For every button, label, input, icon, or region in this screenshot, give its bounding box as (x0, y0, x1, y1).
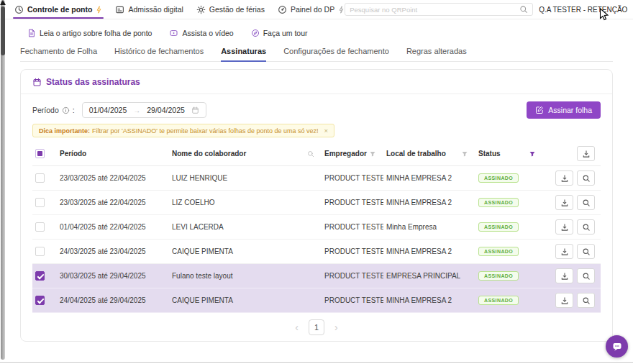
cell-employer: PRODUCT TESTER (322, 288, 383, 313)
row-checkbox[interactable] (35, 296, 45, 305)
search-input[interactable] (350, 6, 519, 14)
tab-fechamento-de-folha[interactable]: Fechamento de Folha (20, 47, 97, 61)
scrollbar-thumb[interactable] (1, 6, 5, 55)
select-all-checkbox[interactable] (35, 149, 45, 158)
video-icon (169, 29, 178, 37)
period-field: Período : 01/04/2025 → 29/04/2025 (32, 102, 206, 118)
date-range-picker[interactable]: 01/04/2025 → 29/04/2025 (82, 102, 206, 118)
global-search[interactable] (345, 3, 533, 16)
sign-button-label: Assinar folha (548, 106, 592, 114)
table-row[interactable]: 24/04/2025 até 29/04/2025 CAIQUE PIMENTA… (32, 288, 601, 313)
tour-icon (251, 29, 260, 37)
table-row[interactable]: 30/03/2025 até 29/04/2025 Fulano teste l… (32, 264, 601, 288)
cell-collaborator-name: LIZ COELHO (169, 191, 322, 215)
divider (21, 94, 612, 94)
panel-title: Status das assinaturas (32, 77, 601, 87)
tab-bar: Fechamento de Folha Histórico de fechame… (20, 47, 613, 62)
download-row-button[interactable] (555, 195, 573, 210)
quick-link-label: Assista o vídeo (182, 29, 233, 37)
row-checkbox[interactable] (35, 247, 45, 256)
view-row-button[interactable] (577, 244, 595, 259)
tip-close-icon[interactable]: × (324, 127, 329, 135)
link-take-tour[interactable]: Faça um tour (251, 29, 308, 37)
nav-label: Controle de ponto (27, 5, 92, 14)
row-checkbox[interactable] (35, 173, 45, 183)
tab-regras-alteradas[interactable]: Regras alteradas (406, 47, 467, 61)
view-row-button[interactable] (577, 293, 595, 308)
view-row-button[interactable] (577, 219, 595, 235)
nav-label: Admissão digital (128, 5, 183, 14)
status-badge: ASSINADO (478, 173, 519, 183)
table-row[interactable]: 23/03/2025 até 22/04/2025 LUIZ HENRIQUE … (32, 166, 601, 191)
nav-item-controle-de-ponto[interactable]: Controle de ponto (14, 0, 102, 19)
funnel-icon-active[interactable] (529, 150, 536, 158)
header-name: Nome do colaborador (172, 150, 246, 158)
quick-link-label: Faça um tour (263, 29, 308, 37)
app-window: Controle de ponto Admissão digital Gestã… (0, 0, 633, 364)
download-row-button[interactable] (555, 170, 573, 186)
table-row[interactable]: 01/04/2025 até 22/04/2025 LEVI LACERDA P… (32, 215, 601, 240)
row-checkbox[interactable] (35, 271, 45, 281)
cell-collaborator-name: LUIZ HENRIQUE (169, 166, 322, 191)
sign-sheet-button[interactable]: Assinar folha (527, 101, 601, 119)
download-row-button[interactable] (555, 293, 573, 308)
tab-historico-de-fechamentos[interactable]: Histórico de fechamentos (114, 47, 204, 61)
download-row-button[interactable] (555, 268, 573, 283)
quick-links-bar: Leia o artigo sobre folha de ponto Assis… (27, 29, 633, 37)
edit-sign-icon (535, 106, 544, 114)
funnel-icon[interactable] (369, 150, 376, 158)
row-checkbox[interactable] (35, 222, 45, 232)
left-scrollbar[interactable] (1, 0, 6, 360)
cell-collaborator-name: CAIQUE PIMENTA (169, 288, 322, 313)
tip-text: Filtrar por 'ASSINADO' te permite baixar… (92, 127, 319, 135)
cell-work-location: MINHA EMPRESA 2 (383, 240, 475, 264)
download-row-button[interactable] (555, 219, 573, 235)
funnel-icon[interactable] (461, 150, 468, 158)
card-icon (115, 5, 124, 14)
column-search-icon[interactable] (307, 150, 314, 158)
next-page-button[interactable]: › (334, 322, 338, 332)
view-row-button[interactable] (577, 268, 595, 283)
scrollbar-up-arrow-icon[interactable] (0, 0, 6, 5)
status-badge: ASSINADO (478, 247, 519, 256)
nav-item-admissao-digital[interactable]: Admissão digital (115, 0, 183, 19)
cell-period: 01/04/2025 até 22/04/2025 (57, 215, 169, 240)
cell-period: 23/03/2025 até 22/04/2025 (57, 191, 169, 215)
status-badge: ASSINADO (478, 296, 519, 305)
table-row[interactable]: 24/03/2025 até 23/04/2025 CAIQUE PIMENTA… (32, 240, 601, 264)
cell-period: 24/04/2025 até 29/04/2025 (57, 288, 169, 313)
cell-work-location: EMPRESA PRINCIPAL (383, 264, 475, 288)
user-account-label[interactable]: Q.A TESTER - RETENÇÃO (539, 6, 627, 14)
cell-collaborator-name: Fulano teste layout (169, 264, 322, 288)
link-watch-video[interactable]: Assista o vídeo (169, 29, 233, 37)
header-period: Período (57, 142, 169, 166)
top-nav: Controle de ponto Admissão digital Gestã… (14, 0, 345, 19)
window-bottom-border (0, 362, 633, 363)
view-row-button[interactable] (577, 170, 595, 186)
table-body: 23/03/2025 até 22/04/2025 LUIZ HENRIQUE … (32, 166, 601, 313)
range-arrow: → (133, 106, 140, 114)
signatures-table: Período Nome do colaborador Empregador (32, 142, 601, 313)
nav-item-painel-do-dp[interactable]: Painel do DP (278, 0, 345, 19)
nav-item-gestao-de-ferias[interactable]: Gestão de férias (196, 0, 265, 19)
topbar-right: Q.A TESTER - RETENÇÃO 1 1 (345, 2, 633, 17)
cell-employer: PRODUCT TESTER (322, 240, 383, 264)
view-row-button[interactable] (577, 195, 595, 210)
nav-label: Gestão de férias (209, 5, 265, 14)
date-from[interactable]: 01/04/2025 (89, 106, 127, 114)
download-all-button[interactable] (577, 146, 595, 161)
tab-assinaturas[interactable]: Assinaturas (221, 47, 266, 61)
row-checkbox[interactable] (35, 198, 45, 207)
cell-work-location: MINHA EMPRESA 2 (383, 166, 475, 191)
table-row[interactable]: 23/03/2025 até 22/04/2025 LIZ COELHO PRO… (32, 191, 601, 215)
date-to[interactable]: 29/04/2025 (147, 106, 185, 114)
period-label: Período (32, 106, 59, 114)
current-page-button[interactable]: 1 (309, 319, 324, 335)
cell-employer: PRODUCT TESTER (322, 191, 383, 215)
article-icon (27, 29, 36, 37)
download-row-button[interactable] (555, 244, 573, 259)
prev-page-button[interactable]: ‹ (295, 322, 299, 332)
chat-widget-button[interactable] (606, 335, 628, 358)
tab-configuracoes-de-fechamento[interactable]: Configurações de fechamento (283, 47, 389, 61)
link-read-article[interactable]: Leia o artigo sobre folha de ponto (27, 29, 152, 37)
